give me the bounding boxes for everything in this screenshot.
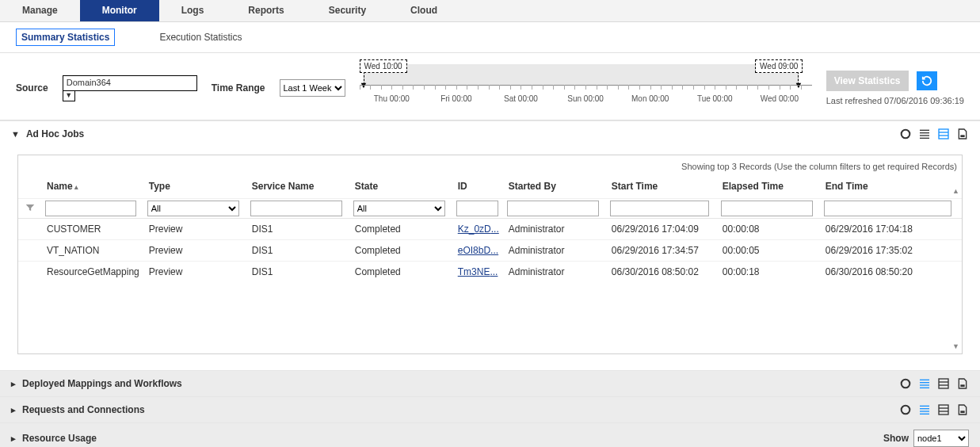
- timeline-tick-label: Thu 00:00: [360, 94, 425, 103]
- panel-title: Deployed Mappings and Workflows: [22, 378, 182, 389]
- table-row[interactable]: ResourceGetMapping Preview DIS1 Complete…: [18, 262, 962, 283]
- cell-id-link[interactable]: Kz_0zD...: [458, 224, 499, 235]
- panel-body-adhoc: Showing top 3 Records (Use the column fi…: [0, 147, 980, 370]
- cell-id-link[interactable]: eOI8bD...: [458, 245, 498, 256]
- refresh-button[interactable]: [917, 71, 937, 90]
- panel-title: Ad Hoc Jobs: [26, 128, 84, 139]
- col-started-by[interactable]: Started By: [504, 174, 607, 199]
- panel-title: Requests and Connections: [22, 404, 145, 415]
- view-statistics-button[interactable]: View Statistics: [826, 71, 909, 91]
- col-start-time[interactable]: Start Time: [607, 174, 718, 199]
- timeline-tick-label: Sat 00:00: [489, 94, 554, 103]
- timeline-labels: Thu 00:00 Fri 00:00 Sat 00:00 Sun 00:00 …: [360, 94, 812, 103]
- filter-startedby-input[interactable]: [507, 201, 599, 216]
- list-dense-icon[interactable]: [918, 128, 931, 140]
- cell-service: DIS1: [247, 240, 350, 262]
- source-dropdown-toggle[interactable]: ▼: [63, 90, 75, 101]
- col-state[interactable]: State: [350, 174, 453, 199]
- timeline-track: [360, 85, 812, 94]
- timeline-tick-label: Fri 00:00: [424, 94, 489, 103]
- adhoc-jobs-table: Name Type Service Name State ID Started …: [18, 174, 962, 353]
- list-detail-icon[interactable]: [937, 403, 950, 416]
- filter-starttime-input[interactable]: [610, 201, 709, 216]
- panel-header-requests[interactable]: ▸ Requests and Connections: [0, 397, 980, 422]
- cell-id-link[interactable]: Tm3NE...: [458, 266, 498, 277]
- timerange-label: Time Range: [212, 82, 265, 94]
- tab-reports[interactable]: Reports: [226, 0, 306, 21]
- cell-name: CUSTOMER: [42, 219, 144, 240]
- timeline-end-marker[interactable]: Wed 09:00: [755, 59, 803, 73]
- tab-cloud[interactable]: Cloud: [388, 0, 459, 21]
- list-dense-icon[interactable]: [918, 377, 931, 390]
- tab-logs[interactable]: Logs: [159, 0, 227, 21]
- panel-deployed: ▸ Deployed Mappings and Workflows: [0, 370, 980, 396]
- timeline[interactable]: Wed 10:00 ▼ Wed 09:00 ▼ Thu 00:00 Fri 00…: [360, 64, 812, 112]
- scrollbar[interactable]: ▲ ▼: [952, 187, 960, 350]
- panel-header-deployed[interactable]: ▸ Deployed Mappings and Workflows: [0, 371, 980, 396]
- scroll-up-icon[interactable]: ▲: [952, 187, 959, 195]
- cell-service: DIS1: [247, 262, 350, 283]
- col-service-name[interactable]: Service Name: [247, 174, 350, 199]
- timeline-tick-label: Sun 00:00: [553, 94, 618, 103]
- panel-header-resource[interactable]: ▸ Resource Usage Show node1: [0, 423, 980, 447]
- subtab-execution-statistics[interactable]: Execution Statistics: [154, 29, 246, 46]
- right-controls: View Statistics Last refreshed 07/06/201…: [826, 71, 964, 105]
- show-label: Show: [883, 433, 909, 444]
- export-icon[interactable]: [956, 128, 969, 140]
- table-row[interactable]: VT_NATION Preview DIS1 Completed eOI8bD.…: [18, 240, 962, 262]
- cell-state: Completed: [350, 219, 453, 240]
- cell-starttime: 06/29/2016 17:34:57: [607, 240, 718, 262]
- export-icon[interactable]: [956, 403, 969, 416]
- show-node-select[interactable]: node1: [913, 430, 969, 447]
- list-dense-icon[interactable]: [918, 403, 931, 416]
- col-name[interactable]: Name: [42, 174, 144, 199]
- tab-manage[interactable]: Manage: [0, 0, 80, 21]
- scroll-down-icon[interactable]: ▼: [952, 342, 959, 350]
- subtab-summary-statistics[interactable]: Summary Statistics: [16, 29, 115, 46]
- list-detail-icon[interactable]: [937, 128, 950, 140]
- chevron-down-icon: ▼: [65, 91, 72, 99]
- chevron-right-icon: ▸: [11, 434, 16, 444]
- panel-resource-usage: ▸ Resource Usage Show node1: [0, 422, 980, 447]
- svg-rect-5: [939, 129, 948, 139]
- col-type[interactable]: Type: [144, 174, 247, 199]
- timerange-select[interactable]: Last 1 Week: [280, 79, 345, 97]
- col-end-time[interactable]: End Time: [821, 174, 962, 199]
- filter-endtime-input[interactable]: [824, 201, 952, 216]
- export-icon[interactable]: [956, 377, 969, 390]
- panel-header-adhoc[interactable]: ▼ Ad Hoc Jobs: [0, 121, 980, 147]
- cell-service: DIS1: [247, 219, 350, 240]
- filter-name-input[interactable]: [45, 201, 136, 216]
- filter-service-input[interactable]: [250, 201, 342, 216]
- filter-elapsed-input[interactable]: [721, 201, 813, 216]
- col-id[interactable]: ID: [453, 174, 504, 199]
- svg-rect-26: [960, 411, 964, 413]
- source-input[interactable]: Domain364: [63, 75, 197, 91]
- svg-rect-14: [939, 379, 948, 388]
- chevron-right-icon: ▸: [11, 405, 16, 415]
- panel-requests: ▸ Requests and Connections: [0, 396, 980, 422]
- refresh-icon: [921, 75, 932, 86]
- chart-icon[interactable]: [899, 377, 912, 390]
- cell-type: Preview: [144, 262, 247, 283]
- svg-rect-8: [960, 135, 964, 137]
- col-elapsed-time[interactable]: Elapsed Time: [718, 174, 821, 199]
- records-note: Showing top 3 Records (Use the column fi…: [18, 155, 962, 174]
- list-detail-icon[interactable]: [937, 377, 950, 390]
- chart-icon[interactable]: [899, 128, 912, 140]
- filter-toggle-icon[interactable]: [18, 199, 42, 219]
- tab-security[interactable]: Security: [307, 0, 388, 21]
- tab-monitor[interactable]: Monitor: [80, 0, 159, 21]
- panel-title: Resource Usage: [22, 433, 97, 444]
- svg-rect-23: [939, 405, 948, 415]
- timeline-start-marker[interactable]: Wed 10:00: [360, 59, 407, 73]
- top-nav: Manage Monitor Logs Reports Security Clo…: [0, 0, 980, 22]
- timeline-selection[interactable]: [364, 64, 798, 85]
- filter-id-input[interactable]: [456, 201, 498, 216]
- cell-starttime: 06/30/2016 08:50:02: [607, 262, 718, 283]
- filter-state-select[interactable]: All: [353, 201, 445, 216]
- filter-type-select[interactable]: All: [147, 201, 239, 216]
- chart-icon[interactable]: [899, 403, 912, 416]
- cell-startedby: Administrator: [504, 240, 607, 262]
- table-row[interactable]: CUSTOMER Preview DIS1 Completed Kz_0zD..…: [18, 219, 962, 240]
